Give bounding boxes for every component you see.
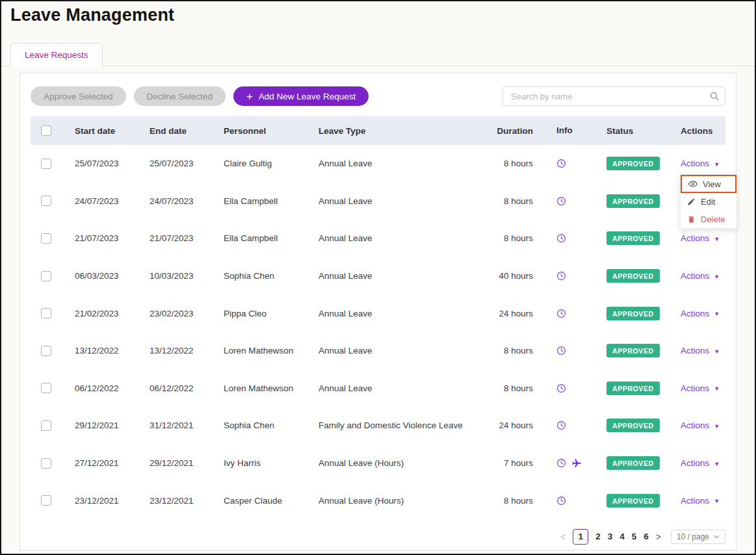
clock-icon (556, 159, 566, 168)
chevron-down-icon (714, 535, 720, 539)
cell-end-date: 25/07/2023 (150, 159, 224, 168)
actions-button-label: Actions (681, 309, 709, 318)
actions-button[interactable]: Actions ▼ (681, 496, 720, 506)
cell-personnel: Casper Claude (224, 496, 319, 506)
table-row: 24/07/2023 24/07/2023 Ella Campbell Annu… (31, 183, 725, 220)
actions-button-label: Actions (681, 233, 709, 243)
page-numbers: 123456 (573, 529, 649, 545)
clock-icon (556, 420, 566, 430)
actions-button-label: Actions (681, 458, 709, 468)
cell-personnel: Sophia Chen (224, 420, 319, 430)
actions-button[interactable]: Actions ▼ (681, 233, 720, 243)
page-size-select[interactable]: 10 / page (671, 530, 725, 544)
cell-duration: 8 hours (489, 346, 541, 355)
page-number-4[interactable]: 4 (619, 532, 625, 541)
table-row: 27/12/2021 29/12/2021 Ivy Harris Annual … (31, 445, 725, 482)
row-checkbox[interactable] (41, 383, 51, 393)
cell-end-date: 06/12/2022 (150, 383, 224, 393)
tab-leave-requests-label: Leave Requests (25, 50, 88, 60)
cell-duration: 24 hours (489, 309, 541, 318)
cell-end-date: 24/07/2023 (150, 196, 224, 206)
cell-info (541, 496, 590, 506)
cell-leave-type: Annual Leave (319, 196, 489, 206)
cell-personnel: Loren Mathewson (224, 346, 319, 355)
status-badge: APPROVED (606, 269, 660, 283)
page-number-6[interactable]: 6 (644, 532, 649, 541)
page-number-1[interactable]: 1 (573, 529, 588, 545)
row-checkbox[interactable] (41, 495, 51, 506)
table-row: 21/07/2023 21/07/2023 Ella Campbell Annu… (31, 220, 725, 257)
status-badge: APPROVED (606, 419, 660, 432)
cell-leave-type: Annual Leave (Hours) (319, 458, 489, 468)
page-number-5[interactable]: 5 (632, 532, 637, 541)
chevron-down-icon: ▼ (714, 384, 720, 392)
row-checkbox[interactable] (41, 233, 51, 244)
actions-button[interactable]: Actions ▼ (681, 346, 720, 355)
cell-personnel: Ella Campbell (224, 233, 319, 243)
actions-button-label: Actions (681, 420, 709, 430)
actions-button[interactable]: Actions ▼ (681, 420, 720, 430)
clock-icon (556, 196, 566, 206)
row-checkbox[interactable] (41, 458, 51, 469)
dropdown-item-view[interactable]: View (681, 175, 736, 193)
status-badge: APPROVED (606, 307, 660, 320)
actions-button[interactable]: Actions ▼ (681, 309, 720, 318)
row-checkbox[interactable] (41, 159, 51, 169)
approve-selected-button[interactable]: Approve Selected (31, 86, 126, 106)
actions-button[interactable]: Actions ▼ (681, 271, 720, 281)
cell-info (541, 159, 590, 168)
row-checkbox[interactable] (41, 308, 51, 318)
dropdown-item-edit-label: Edit (701, 198, 715, 206)
cell-info (541, 346, 590, 355)
cell-leave-type: Annual Leave (319, 309, 489, 318)
cell-personnel: Sophia Chen (224, 271, 319, 281)
actions-button-label: Actions (681, 346, 709, 355)
cell-info (541, 420, 590, 430)
decline-selected-button[interactable]: Decline Selected (134, 86, 226, 106)
select-all-checkbox[interactable] (41, 125, 51, 136)
chevron-down-icon: ▼ (714, 347, 720, 355)
add-new-leave-request-button[interactable]: + Add New Leave Request (233, 86, 369, 106)
actions-button[interactable]: Actions ▼ (681, 159, 720, 168)
decline-selected-label: Decline Selected (147, 92, 213, 101)
status-badge: APPROVED (606, 231, 660, 245)
dropdown-item-delete[interactable]: Delete (681, 211, 736, 228)
page-number-2[interactable]: 2 (595, 532, 601, 541)
actions-button[interactable]: Actions ▼ (681, 458, 720, 468)
cell-duration: 7 hours (489, 458, 541, 468)
tab-leave-requests[interactable]: Leave Requests (10, 43, 103, 66)
cell-duration: 8 hours (489, 159, 541, 168)
pagination: < 123456 > 10 / page (31, 528, 725, 545)
pagination-next-button[interactable]: > (656, 532, 661, 542)
cell-info (541, 383, 590, 393)
row-checkbox[interactable] (41, 196, 51, 206)
table-body: 25/07/2023 25/07/2023 Claire Gultig Annu… (31, 145, 725, 519)
cell-leave-type: Annual Leave (Hours) (319, 496, 489, 506)
pagination-prev-button[interactable]: < (560, 532, 566, 542)
dropdown-item-edit[interactable]: Edit (681, 193, 736, 211)
cell-end-date: 23/12/2021 (150, 496, 224, 506)
page-number-3[interactable]: 3 (608, 532, 613, 541)
cell-end-date: 29/12/2021 (150, 458, 224, 468)
status-badge: APPROVED (606, 157, 660, 170)
row-checkbox[interactable] (41, 420, 51, 431)
actions-button[interactable]: Actions ▼ (681, 383, 720, 393)
status-badge: APPROVED (606, 194, 660, 208)
clock-icon (556, 496, 566, 506)
cell-end-date: 31/12/2021 (150, 420, 224, 430)
cell-info (541, 458, 590, 469)
search-input[interactable] (502, 86, 725, 106)
cell-start-date: 25/07/2023 (75, 159, 150, 168)
cell-end-date: 10/03/2023 (150, 271, 224, 281)
column-header-end-date: End date (150, 126, 224, 136)
cell-start-date: 21/07/2023 (75, 233, 150, 243)
cell-start-date: 29/12/2021 (75, 420, 150, 430)
cell-personnel: Ella Campbell (224, 196, 319, 206)
dropdown-item-view-label: View (703, 180, 721, 188)
clock-icon (556, 309, 566, 318)
column-header-actions: Actions (664, 126, 725, 136)
row-checkbox[interactable] (41, 271, 51, 281)
row-checkbox[interactable] (41, 346, 51, 356)
column-header-leave-type: Leave Type (319, 126, 489, 136)
cell-start-date: 13/12/2022 (75, 346, 150, 355)
